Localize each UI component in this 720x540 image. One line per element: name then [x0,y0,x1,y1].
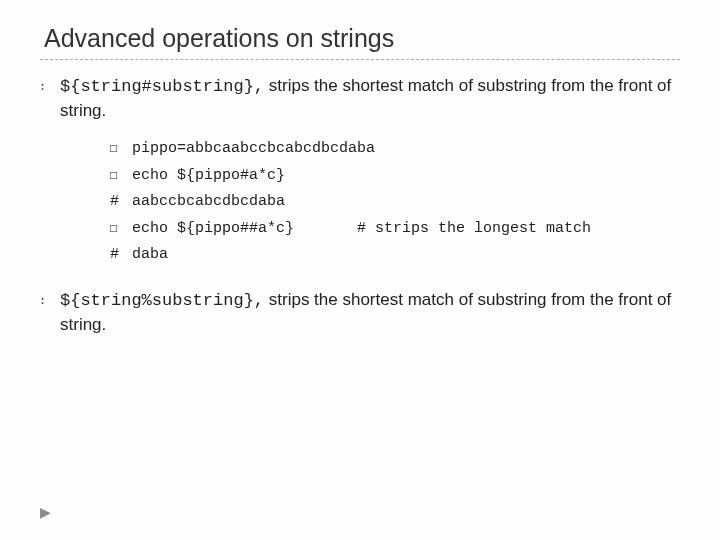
prompt-square-icon: □ [110,135,132,161]
slide-title: Advanced operations on strings [40,24,680,53]
bullet-marker-icon: ։ [40,288,60,337]
code-span-1: ${string#substring}, [60,77,264,96]
bullet-text-2: ${string%substring}, strips the shortest… [60,288,680,337]
code-span-2: ${string%substring}, [60,291,264,310]
bullet-text-1: ${string#substring}, strips the shortest… [60,74,680,123]
prompt-hash-icon: # [110,242,132,268]
bullet-marker-icon: ։ [40,74,60,123]
bullet-item-1: ։ ${string#substring}, strips the shorte… [40,74,680,123]
term-line-4: # daba [110,242,680,268]
prompt-square-icon: □ [110,215,132,241]
term-line-0: □ pippo=abbcaabccbcabcdbcdaba [110,135,680,162]
term-text: pippo=abbcaabccbcabcdbcdaba [132,136,375,162]
title-divider [40,59,680,60]
term-text: aabccbcabcdbcdaba [132,189,285,215]
bullet-item-2: ։ ${string%substring}, strips the shorte… [40,288,680,337]
term-line-3: □ echo ${pippo##a*c} # strips the longes… [110,215,680,242]
prompt-square-icon: □ [110,162,132,188]
term-text: echo ${pippo##a*c} # strips the longest … [132,216,591,242]
prompt-hash-icon: # [110,189,132,215]
term-line-2: # aabccbcabcdbcdaba [110,189,680,215]
term-text: daba [132,242,168,268]
terminal-block: □ pippo=abbcaabccbcabcdbcdaba □ echo ${p… [110,135,680,268]
term-text: echo ${pippo#a*c} [132,163,285,189]
term-line-1: □ echo ${pippo#a*c} [110,162,680,189]
slide-arrow-icon: ▶ [40,504,51,520]
